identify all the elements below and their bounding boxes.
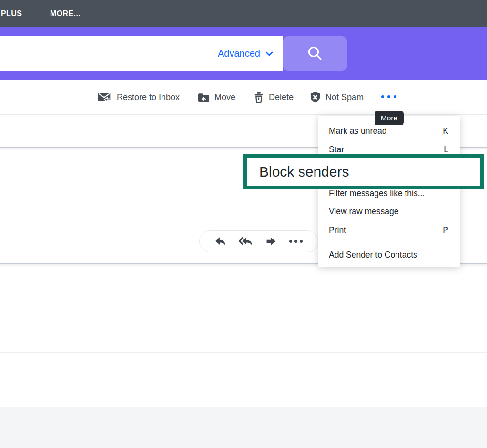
menu-divider xyxy=(318,239,460,239)
menu-item-add-sender-to-contacts[interactable]: Add Sender to Contacts xyxy=(318,248,460,261)
nav-item-plus[interactable]: PLUS xyxy=(1,10,22,18)
more-actions-menu: Mark as unread K Star L Block senders Fi… xyxy=(318,116,460,267)
reply-button[interactable] xyxy=(215,237,226,246)
not-spam-label: Not Spam xyxy=(325,92,364,102)
reply-all-button[interactable] xyxy=(239,237,253,246)
search-box: Advanced xyxy=(0,36,283,71)
more-actions-button[interactable] xyxy=(379,93,398,100)
chevron-down-icon xyxy=(265,51,273,56)
nav-item-more[interactable]: MORE... xyxy=(50,10,81,18)
menu-item-label: View raw message xyxy=(329,205,399,218)
search-banner: Advanced xyxy=(0,27,487,80)
block-senders-highlight-label: Block senders xyxy=(259,164,349,180)
trash-icon xyxy=(254,92,264,103)
message-toolbar: Restore to Inbox Move Delete xyxy=(0,80,487,115)
more-message-actions-button[interactable] xyxy=(289,240,303,243)
menu-item-label: Mark as unread xyxy=(329,124,387,138)
menu-item-shortcut: K xyxy=(443,124,448,138)
restore-to-inbox-label: Restore to Inbox xyxy=(117,92,180,102)
more-horizontal-dots-icon xyxy=(289,240,303,243)
reply-icon xyxy=(215,237,226,246)
top-navigation-bar: PLUS MORE... xyxy=(0,0,487,27)
advanced-search-button[interactable]: Advanced xyxy=(218,48,283,59)
menu-item-label: Print xyxy=(329,223,346,237)
restore-to-inbox-icon xyxy=(98,92,112,103)
more-horizontal-dots-icon xyxy=(381,95,396,98)
advanced-search-label: Advanced xyxy=(218,48,260,59)
divider xyxy=(0,352,487,353)
menu-item-print[interactable]: Print P xyxy=(318,223,460,237)
delete-label: Delete xyxy=(269,92,294,102)
mail-app-window: PLUS MORE... Advanced xyxy=(0,0,487,448)
more-tooltip: More xyxy=(375,111,404,125)
move-folder-icon xyxy=(198,92,210,103)
menu-item-mark-as-unread[interactable]: Mark as unread K xyxy=(318,124,460,138)
menu-item-label: Add Sender to Contacts xyxy=(329,248,417,261)
reply-all-icon xyxy=(239,237,253,246)
move-label: Move xyxy=(214,92,235,102)
block-senders-highlight[interactable]: Block senders xyxy=(243,154,484,189)
message-actions-pill xyxy=(199,230,318,252)
shield-x-icon xyxy=(310,91,321,103)
footer-area xyxy=(0,407,487,448)
divider xyxy=(0,114,487,115)
search-button[interactable] xyxy=(283,36,347,71)
not-spam-button[interactable]: Not Spam xyxy=(310,80,364,115)
forward-button[interactable] xyxy=(266,237,276,246)
search-icon xyxy=(306,45,324,62)
menu-item-shortcut: P xyxy=(443,223,448,237)
restore-to-inbox-button[interactable]: Restore to Inbox xyxy=(98,80,180,115)
forward-icon xyxy=(266,237,276,246)
delete-button[interactable]: Delete xyxy=(254,80,294,115)
search-input[interactable] xyxy=(0,36,218,71)
move-button[interactable]: Move xyxy=(198,80,235,115)
menu-item-view-raw-message[interactable]: View raw message xyxy=(318,205,460,218)
